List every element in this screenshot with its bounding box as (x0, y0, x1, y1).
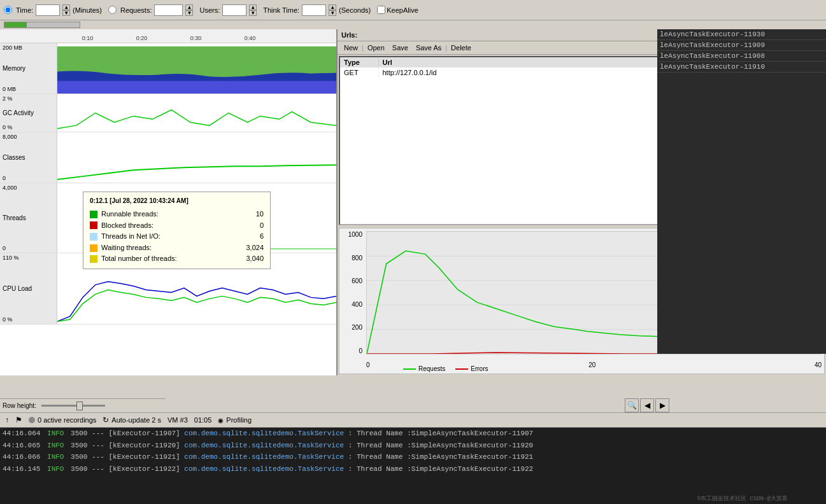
gc-label: GC Activity (3, 109, 54, 116)
tooltip-color-blocked (90, 221, 97, 229)
chart-legend: Requests Errors (403, 365, 488, 372)
requests-input[interactable]: 1000 (154, 4, 183, 16)
tooltip-val-netio: 6 (260, 231, 264, 242)
status-up-icon[interactable]: ↑ (5, 416, 9, 424)
time-unit: (Minutes) (73, 6, 102, 14)
log-time-2: 44:16.066 (3, 453, 40, 461)
tooltip-color-runnable (90, 211, 97, 218)
progress-row (0, 20, 826, 29)
time-spinner[interactable]: ▲ ▼ (62, 4, 70, 16)
time-input[interactable]: 10 (36, 4, 60, 16)
x-40: 40 (815, 361, 822, 368)
log-class-0: com.demo.sqlite.sqlitedemo.TaskService (184, 430, 344, 437)
gc-chart: 2 % GC Activity 0 % (0, 94, 336, 132)
tooltip-color-total (90, 255, 97, 263)
time-radio[interactable] (4, 6, 12, 14)
think-up[interactable]: ▲ (329, 4, 336, 10)
gc-chart-area (57, 94, 336, 132)
left-panel: 0:10 0:20 0:30 0:40 200 MB Memory 0 MB (0, 29, 338, 375)
classes-svg (57, 132, 336, 183)
time-display: 01:05 (194, 416, 212, 424)
log-time-3: 44:16.145 (3, 465, 40, 473)
slider-track[interactable] (41, 405, 105, 407)
log-class-1: com.demo.sqlite.sqlitedemo.TaskService (184, 442, 344, 449)
save-button[interactable]: Save (388, 43, 412, 53)
classes-labels: 8,000 Classes 0 (0, 132, 57, 183)
bottom-y-labels: 1000 800 600 400 200 0 (339, 228, 365, 354)
log-thread-2: 3500 --- (71, 453, 104, 461)
think-down[interactable]: ▼ (329, 10, 336, 16)
profiling-icon: ◉ (218, 417, 224, 424)
tooltip-row-runnable: Runnable threads: 10 (90, 209, 264, 220)
memory-label: Memory (3, 65, 54, 72)
requests-radio[interactable] (108, 6, 117, 14)
legend-requests-label: Requests (418, 365, 445, 372)
log-msg-3: : Thread Name :SimpleAsyncTaskExecutor-1… (348, 465, 533, 473)
tooltip-row-waiting: Waiting threads: 3,024 (90, 242, 264, 254)
tooltip-row-blocked: Blocked threads: 0 (90, 220, 264, 232)
log-row-3: 44:16.145 INFO 3500 --- [kExecutor-11922… (0, 463, 826, 475)
col-type: Type (340, 57, 378, 67)
users-input[interactable]: 10 (222, 4, 246, 16)
requests-down[interactable]: ▼ (185, 10, 193, 16)
y-400: 400 (352, 301, 362, 308)
tooltip-val-blocked: 0 (260, 220, 264, 232)
x-label-030: 0:30 (169, 35, 223, 41)
keepalive-checkbox[interactable] (377, 6, 385, 14)
log-level-2: INFO (47, 453, 64, 461)
x-20: 20 (588, 361, 595, 368)
x-label-010: 0:10 (61, 35, 115, 41)
search-icons-bar: 🔍 ◀ ▶ (622, 398, 672, 412)
save-as-button[interactable]: Save As (412, 43, 445, 53)
slider-thumb[interactable] (76, 402, 83, 410)
delete-button[interactable]: Delete (447, 43, 475, 53)
log-executor-1: [kExecutor-11920] (108, 442, 180, 449)
status-bar: ↑ ⚑ 0 active recordings ↻ Auto-update 2 … (0, 412, 826, 428)
log-executor-2: [kExecutor-11921] (108, 453, 180, 461)
log-msg-2: : Thread Name :SimpleAsyncTaskExecutor-1… (348, 453, 533, 461)
time-down[interactable]: ▼ (62, 10, 70, 16)
x-label-040: 0:40 (223, 35, 277, 41)
classes-ymin: 0 (3, 175, 54, 181)
watermark: ©布工掘金技术社区 CSDN-@大笑客 (697, 494, 788, 503)
log-thread-1: 3500 --- (71, 442, 104, 449)
memory-svg (57, 43, 336, 94)
gc-ymin: 0 % (3, 124, 54, 130)
threads-ymin: 0 (3, 245, 54, 251)
log-time-0: 44:16.064 (3, 430, 40, 437)
search-next-btn[interactable]: ▶ (655, 398, 669, 412)
requests-spinner[interactable]: ▲ ▼ (185, 4, 193, 16)
autoupdate-label: Auto-update 2 s (111, 416, 161, 424)
right-log-row-0: leAsyncTaskExecutor-11930 (657, 29, 826, 40)
status-flag-icon[interactable]: ⚑ (15, 416, 22, 424)
log-class-2: com.demo.sqlite.sqlitedemo.TaskService (184, 453, 344, 461)
new-button[interactable]: New (340, 43, 362, 53)
think-input[interactable]: 0 (302, 4, 326, 16)
gc-labels: 2 % GC Activity 0 % (0, 94, 57, 132)
users-spinner[interactable]: ▲ ▼ (249, 4, 257, 16)
requests-up[interactable]: ▲ (185, 4, 193, 10)
x-axis-labels: 0:10 0:20 0:30 0:40 (0, 29, 336, 43)
threads-labels: 4,000 Threads 0 (0, 183, 57, 253)
progress-fill (4, 22, 27, 27)
log-executor-0: [kExecutor-11907] (108, 430, 180, 437)
classes-chart: 8,000 Classes 0 (0, 132, 336, 183)
time-up[interactable]: ▲ (62, 4, 70, 10)
time-group: Time: 10 ▲ ▼ (Minutes) (4, 4, 102, 16)
legend-errors-line (455, 368, 468, 370)
tooltip: 0:12.1 [Jul 28, 2022 10:43:24 AM] Runnab… (83, 192, 271, 269)
users-up[interactable]: ▲ (249, 4, 257, 10)
right-log-row-2: leAsyncTaskExecutor-11908 (657, 51, 826, 62)
open-button[interactable]: Open (364, 43, 388, 53)
search-prev-btn[interactable]: ◀ (640, 398, 654, 412)
log-executor-3: [kExecutor-11922] (108, 465, 180, 473)
classes-label: Classes (3, 154, 54, 161)
think-spinner[interactable]: ▲ ▼ (329, 4, 336, 16)
log-thread-0: 3500 --- (71, 430, 104, 437)
search-icon-btn[interactable]: 🔍 (625, 398, 639, 412)
gc-svg (57, 94, 336, 132)
tooltip-title: 0:12.1 [Jul 28, 2022 10:43:24 AM] (90, 196, 264, 206)
autoupdate-icon: ↻ (103, 416, 109, 424)
users-down[interactable]: ▼ (249, 10, 257, 16)
recordings-dot (29, 417, 35, 423)
